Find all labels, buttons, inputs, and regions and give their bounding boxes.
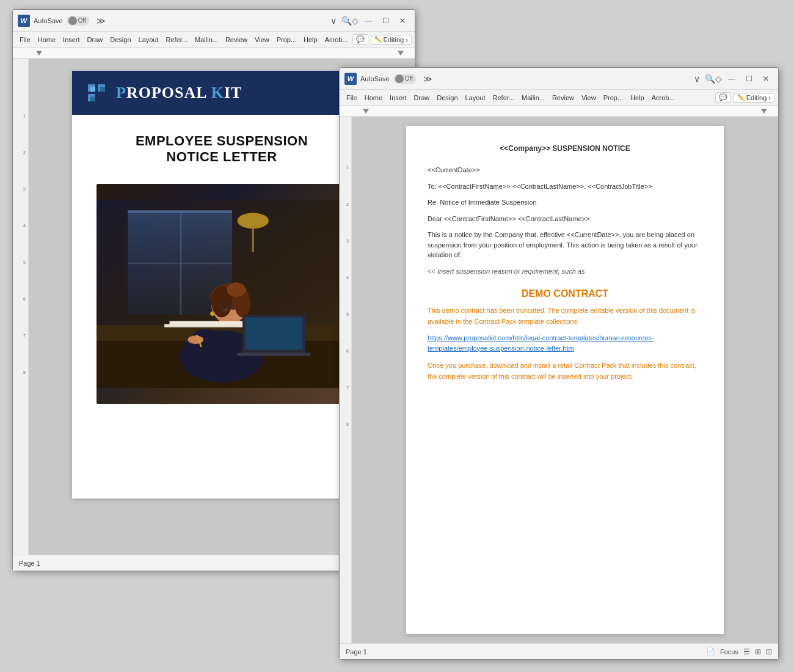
minimize-button-2[interactable]: — [724,71,739,86]
svg-rect-35 [238,352,311,356]
menu-mailings-2[interactable]: Mailin... [519,93,548,103]
search-icon-2[interactable]: 🔍 [705,74,715,84]
word-logo-2: W [344,73,357,85]
menu-references-1[interactable]: Refer... [163,35,191,45]
nav-down-icon-2[interactable]: ∨ [694,74,700,84]
ruler-line-2 [344,116,773,117]
comment-icon-1: 💬 [356,35,365,43]
more-options-icon-2[interactable]: ≫ [423,74,432,84]
menu-home-2[interactable]: Home [362,93,385,103]
current-date-line: <<CurrentDate>> [428,165,702,175]
ruler-num-7: 7 [23,334,26,338]
comment-icon-2: 💬 [719,93,727,101]
view-icon-4[interactable]: ☰ [743,648,750,656]
menu-draw-1[interactable]: Draw [84,35,106,45]
more-options-icon-1[interactable]: ≫ [97,16,106,26]
ruler-num-5: 5 [23,260,26,265]
body-text: This is a notice by the Company that, ef… [428,230,702,260]
search-icon-1[interactable]: 🔍 [341,16,352,26]
menu-view-2[interactable]: View [578,93,599,103]
ruler-right-marker-1[interactable] [398,51,404,56]
proposal-kit-accent: K [211,84,224,101]
status-bar-right-2: 📄 Focus ☰ ⊞ ⊡ [706,648,772,656]
ruler-left-marker-1[interactable] [36,51,42,56]
menu-references-2[interactable]: Refer... [490,93,517,103]
svg-point-14 [238,213,269,228]
toggle-knob-1 [68,16,77,25]
menu-design-2[interactable]: Design [434,93,461,103]
menu-design-1[interactable]: Design [107,35,134,45]
menu-home-1[interactable]: Home [35,35,59,45]
word-window-2: W AutoSave Off ≫ ∨ 🔍 ◇ — ☐ ✕ File Home I… [339,67,779,660]
menu-file-2[interactable]: File [343,93,360,103]
comment-button-2[interactable]: 💬 [715,92,731,103]
menu-layout-2[interactable]: Layout [462,93,489,103]
menu-bar-actions-2: 💬 ✏️ Editing › [715,92,774,103]
ruler-left-marker-2[interactable] [363,109,369,114]
ruler2-num-8: 8 [346,422,349,426]
proposal-title-accent: P [116,84,126,101]
demo-link[interactable]: https://www.proposalkit.com/htm/legal-co… [428,333,702,353]
maximize-button-2[interactable]: ☐ [741,71,756,86]
ruler-content-1 [18,48,410,59]
view-icon-5[interactable]: ⊞ [755,648,761,656]
svg-rect-31 [170,321,243,325]
autosave-label-1: AutoSave [34,17,63,24]
menu-view-1[interactable]: View [252,35,272,45]
menu-acrobat-2[interactable]: Acrob... [649,93,678,103]
ruler-num-1: 1 [23,114,26,118]
menu-insert-1[interactable]: Insert [60,35,83,45]
focus-label-2: Focus [720,648,738,656]
menu-draw-2[interactable]: Draw [411,93,433,103]
proposal-kit-logo [84,81,109,105]
doc-title-section: EMPLOYEE SUSPENSION NOTICE LETTER [72,115,371,178]
minimize-button-1[interactable]: — [361,13,376,28]
doc-view-icon-2[interactable]: 📄 [706,648,715,656]
comment-button-1[interactable]: 💬 [352,34,368,45]
title-bar-right-1: ◇ — ☐ ✕ [352,13,410,28]
menu-review-2[interactable]: Review [549,93,577,103]
menu-properties-2[interactable]: Prop... [600,93,626,103]
diamond-icon-1[interactable]: ◇ [352,16,359,26]
toggle-off-1: Off [78,17,87,24]
svg-rect-11 [128,263,232,265]
close-button-2[interactable]: ✕ [759,71,773,86]
suspension-notice-title: <<Company>> SUSPENSION NOTICE [428,144,702,153]
menu-layout-1[interactable]: Layout [136,35,162,45]
menu-help-2[interactable]: Help [627,93,647,103]
svg-point-29 [188,335,203,344]
nav-down-icon-1[interactable]: ∨ [330,16,337,26]
menu-properties-1[interactable]: Prop... [274,35,299,45]
left-ruler-2: 1 2 3 4 5 6 7 8 [340,117,352,643]
menu-insert-2[interactable]: Insert [387,93,410,103]
menu-help-1[interactable]: Help [300,35,321,45]
maximize-button-1[interactable]: ☐ [378,13,393,28]
editing-button-1[interactable]: ✏️ Editing › [371,35,412,45]
menu-acrobat-1[interactable]: Acrob... [322,35,351,45]
autosave-toggle-2[interactable]: Off [393,74,416,84]
title-bar-2: W AutoSave Off ≫ ∨ 🔍 ◇ — ☐ ✕ [340,68,778,90]
editing-label-2: Editing [746,94,767,101]
document-page-2[interactable]: <<Company>> SUSPENSION NOTICE <<CurrentD… [406,126,724,634]
menu-bar-1: File Home Insert Draw Design Layout Refe… [13,32,415,48]
left-ruler-1: 1 2 3 4 5 6 7 8 [13,59,29,555]
page-wrapper-2: <<Company>> SUSPENSION NOTICE <<CurrentD… [352,117,778,643]
view-icon-6[interactable]: ⊡ [766,648,772,656]
document-page-1[interactable]: PROPOSAL KIT EMPLOYEE SUSPENSION NOTICE … [72,71,371,499]
insert-reason: << Insert suspension reason or requireme… [428,266,702,277]
autosave-toggle-1[interactable]: Off [67,16,89,26]
toggle-knob-2 [395,75,404,83]
menu-review-1[interactable]: Review [222,35,250,45]
ruler2-num-4: 4 [346,276,349,280]
ruler-1 [13,48,415,59]
diamond-icon-2[interactable]: ◇ [715,74,722,84]
editing-button-2[interactable]: ✏️ Editing › [734,93,774,103]
ruler2-num-3: 3 [346,239,349,243]
pencil-icon-1: ✏️ [374,36,382,43]
menu-mailings-1[interactable]: Mailin... [192,35,221,45]
ruler2-num-7: 7 [346,385,349,390]
menu-file-1[interactable]: File [16,35,34,45]
close-button-1[interactable]: ✕ [395,13,410,28]
ruler-right-marker-2[interactable] [761,109,767,114]
ruler2-num-6: 6 [346,349,349,353]
